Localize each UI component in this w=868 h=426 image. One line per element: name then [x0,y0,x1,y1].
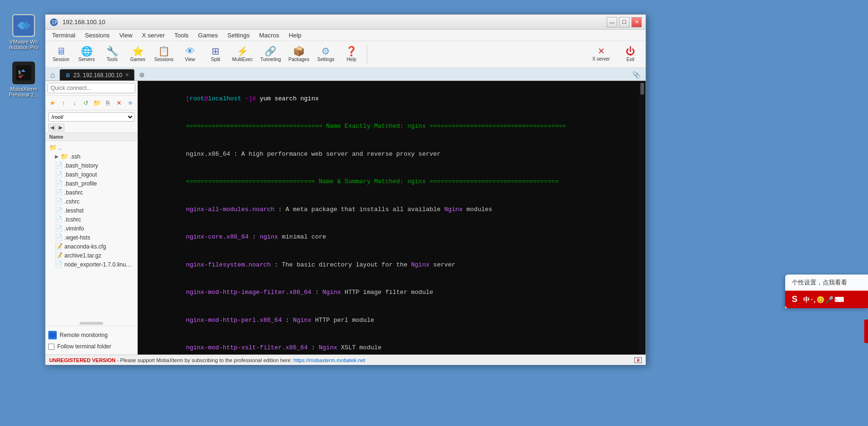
vmware-icon [12,14,35,37]
terminal-scroll-thumb [640,83,644,95]
toolbar-split[interactable]: ⊞ Split [204,45,228,63]
mobaxterm-icon: $_ [12,62,35,84]
vmware-label: VMware Wo rkstation Pro [5,39,43,50]
tree-item-tcshrc[interactable]: 📄 .tcshrc [45,215,137,224]
follow-folder-label: Follow terminal folder [57,343,111,350]
tree-item-bashrc[interactable]: 📄 .bashrc [45,188,137,197]
toolbar-servers[interactable]: 🌐 Servers [75,45,98,63]
tree-item-anaconda[interactable]: 📝 anaconda-ks.cfg [45,242,137,251]
remote-monitoring-label: Remote monitoring [60,332,107,338]
tree-scrollbar[interactable] [45,321,137,326]
terminal-line-pkg2: nginx-core.x86_64 : nginx minimal core [142,223,638,251]
panel-download-button[interactable]: ↓ [70,98,80,108]
menu-macros[interactable]: Macros [254,31,284,40]
tree-item-ssh[interactable]: ▶ 📁 .ssh [45,152,137,161]
menu-view[interactable]: View [115,31,137,40]
csdn-edge-tab[interactable] [864,320,868,343]
csdn-top-text: 个性设置，点我看看 [785,275,868,291]
terminal-line-pkg6: nginx-mod-http-xslt-filter.x86_64 : Ngin… [142,334,638,355]
favorites-star-button[interactable]: ★ [47,98,58,108]
terminal-line-1: [root@localhost ~]# yum search nginx [142,85,638,113]
desktop-icon-vmware[interactable]: VMware Wo rkstation Pro [5,14,43,50]
terminal[interactable]: [root@localhost ~]# yum search nginx ===… [138,81,646,355]
scroll-thumb [80,322,103,325]
tree-item-dotdot[interactable]: 📁 .. [45,143,137,152]
toolbar-exit[interactable]: ⏻ Exit [619,45,642,63]
panel-more-button[interactable]: ≡ [125,98,136,108]
terminal-line-sep2: =================================== Name… [142,168,638,196]
desktop-icon-mobaxterm[interactable]: $_ MobaXtermPersonal 2... [5,62,43,98]
panel-refresh-button[interactable]: ↺ [81,98,91,108]
toolbar-sessions[interactable]: 📋 Sessions [151,45,177,63]
toolbar-xserver[interactable]: ✕ X server [587,46,615,62]
quick-connect-area [45,81,137,96]
tree-item-lesshst[interactable]: 📄 .lesshst [45,206,137,215]
follow-folder-checkbox[interactable] [48,344,54,350]
window-title: 192.168.100.10 [62,18,607,26]
terminal-scrollbar[interactable] [639,81,646,355]
tree-item-bash-history[interactable]: 📄 .bash_history [45,161,137,170]
csdn-sidebar[interactable]: 个性设置，点我看看 S 中·,😊🎤⌨ [785,275,868,308]
quick-connect-input[interactable] [47,83,135,93]
terminal-line-sep1: ===================================== Na… [142,113,638,141]
panel-upload-button[interactable]: ↑ [59,98,69,108]
toolbar-view[interactable]: 👁 View [178,45,202,63]
csdn-bottom[interactable]: S 中·,😊🎤⌨ [785,291,868,308]
toolbar-packages[interactable]: 📦 Packages [286,45,312,63]
csdn-toolbar-icons: 中·,😊🎤⌨ [803,296,845,303]
toolbar-tools[interactable]: 🔧 Tools [100,45,124,63]
home-tab-button[interactable]: ⌂ [47,70,58,80]
csdn-logo: S [792,294,798,304]
tree-item-viminfo[interactable]: 📄 .viminfo [45,224,137,233]
tab-bar: ⌂ 🖥 23. 192.168.100.10 ✕ ⊕ 📎 [45,68,646,81]
tree-item-bash-logout[interactable]: 📄 .bash_logout [45,170,137,179]
panel-copy-button[interactable]: ⎘ [103,98,114,108]
left-panel: ★ ↑ ↓ ↺ 📁 ⎘ ✕ ≡ /root/ [45,81,138,355]
toolbar-separator [367,45,367,64]
menu-xserver[interactable]: X server [137,31,169,40]
nav-forward-button[interactable]: ▶ [57,124,64,132]
window-controls[interactable]: — ☐ ✕ [607,17,642,27]
menu-games[interactable]: Games [194,31,223,40]
toolbar-session[interactable]: 🖥 Session [49,45,73,63]
mobatek-link[interactable]: https://mobaxterm.mobatek.net [293,357,365,363]
svg-text:IP: IP [52,20,57,25]
menu-tools[interactable]: Tools [169,31,193,40]
panel-delete-button[interactable]: ✕ [114,98,124,108]
tab-session[interactable]: 🖥 23. 192.168.100.10 ✕ [60,69,134,80]
tree-item-archive[interactable]: 📝 archive1.tar.gz [45,251,137,260]
menu-terminal[interactable]: Terminal [47,31,80,40]
menu-settings[interactable]: Settings [223,31,255,40]
new-tab-button[interactable]: ⊕ [136,69,148,80]
close-button[interactable]: ✕ [631,17,642,27]
monitor-small-icon: 🖥 [634,357,642,363]
clip-icon[interactable]: 📎 [630,69,642,80]
svg-rect-8 [52,337,53,337]
menu-help[interactable]: Help [284,31,306,40]
toolbar-tunneling[interactable]: 🔗 Tunneling [257,45,284,63]
terminal-line-pkg5: nginx-mod-http-perl.x86_64 : Nginx HTTP … [142,306,638,334]
maximize-button[interactable]: ☐ [619,17,629,27]
nav-back-button[interactable]: ◀ [48,124,56,132]
main-window: IP 192.168.100.10 — ☐ ✕ Terminal Session… [45,14,646,364]
path-selector[interactable]: /root/ [48,112,134,122]
follow-terminal-folder-row[interactable]: Follow terminal folder [48,341,134,352]
tab-close-button[interactable]: ✕ [125,72,129,78]
toolbar-games[interactable]: ⭐ Games [126,45,150,63]
toolbar-multiexec[interactable]: ⚡ MultiExec [230,45,256,63]
toolbar-settings[interactable]: ⚙ Settings [314,45,337,63]
remote-monitoring-button[interactable]: Remote monitoring [48,329,134,341]
menu-sessions[interactable]: Sessions [80,31,115,40]
tree-item-cshrc[interactable]: 📄 .cshrc [45,197,137,206]
tree-item-wget-hsts[interactable]: 📄 .wget-hsts [45,233,137,242]
tree-item-bash-profile[interactable]: 📄 .bash_profile [45,179,137,188]
panel-nav: /root/ ◀ ▶ [45,110,137,133]
minimize-button[interactable]: — [607,17,617,27]
status-right: 🖥 [634,357,642,363]
toolbar-help[interactable]: ❓ Help [339,45,363,63]
terminal-line-pkg3: nginx-filesystem.noarch : The basic dire… [142,251,638,279]
status-bar: UNREGISTERED VERSION - Please support Mo… [45,355,646,365]
tree-item-node-exporter[interactable]: 📄 node_exporter-1.7.0.linux-amd... [45,260,137,269]
menu-bar: Terminal Sessions View X server Tools Ga… [45,30,646,41]
panel-newfolder-button[interactable]: 📁 [92,98,102,108]
